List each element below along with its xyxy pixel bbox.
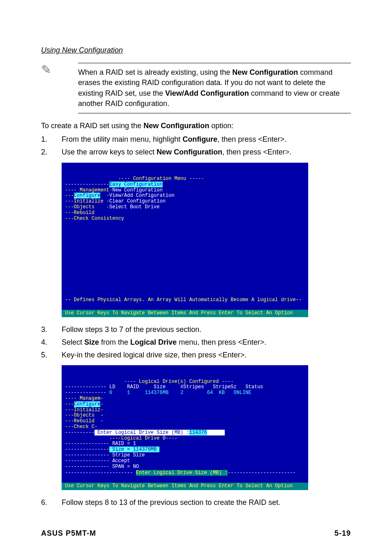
step-num: 3. bbox=[41, 325, 62, 335]
t: Use the arrow keys to select bbox=[62, 148, 157, 156]
ld-item[interactable]: RAID = 1 bbox=[112, 441, 136, 447]
menu-item[interactable]: Configure bbox=[74, 193, 101, 198]
list-item: 1. From the utility main menu, highlight… bbox=[41, 134, 351, 145]
menu-item[interactable]: Configure bbox=[74, 401, 101, 407]
list-item: 6. Follow steps 8 to 13 of the previous … bbox=[41, 497, 351, 508]
ld-item[interactable]: Accept bbox=[112, 458, 130, 464]
section-heading: Using New Configuration bbox=[41, 45, 351, 55]
step-text: Follow steps 3 to 7 of the previous sect… bbox=[62, 325, 351, 335]
step-num: 2. bbox=[41, 147, 62, 157]
menu-item[interactable]: Rebuild bbox=[74, 210, 95, 216]
bios-title: ---- Logical Drive(s) Configured ---- bbox=[65, 379, 233, 385]
menu-item[interactable]: Select Boot Drive bbox=[109, 204, 159, 210]
t: Logical Drive bbox=[130, 338, 177, 346]
steps-list-c: 6. Follow steps 8 to 13 of the previous … bbox=[41, 497, 351, 508]
footer-product: ASUS P5MT-M bbox=[41, 528, 96, 539]
pencil-note-icon: ✎ bbox=[41, 61, 51, 78]
ld-item[interactable]: Stripe Size bbox=[112, 452, 145, 458]
menu-item[interactable]: Managem bbox=[80, 396, 100, 401]
list-item: 5. Key-in the desired logical drive size… bbox=[41, 350, 351, 360]
table-row: -------------- 0 1 114376MB 2 64 KB ONLI… bbox=[65, 390, 251, 396]
bios-title: ---- Configuration Menu ----- bbox=[65, 176, 204, 182]
step-text: Key-in the desired logical drive size, t… bbox=[62, 350, 351, 360]
note-box: When a RAID set is already existing, usi… bbox=[78, 63, 351, 113]
t: , then press <Enter>. bbox=[222, 148, 291, 156]
note-bold: New Configuration bbox=[232, 68, 298, 76]
t: From the utility main menu, highlight bbox=[62, 135, 182, 143]
t: Configure bbox=[182, 135, 217, 143]
t: menu, then press <Enter>. bbox=[177, 338, 266, 346]
step-text: Select Size from the Logical Drive menu,… bbox=[62, 337, 351, 348]
menu-item[interactable]: Initialize bbox=[74, 198, 104, 204]
note-seg: When a RAID set is already existing, usi… bbox=[78, 68, 232, 76]
t: from the bbox=[99, 338, 130, 346]
ld-item[interactable]: Size = 114376MB bbox=[109, 447, 159, 452]
menu-item[interactable]: Easy Configuration bbox=[109, 182, 163, 187]
steps-list-a: 1. From the utility main menu, highlight… bbox=[41, 134, 351, 157]
t: , then press <Enter>. bbox=[217, 135, 286, 143]
ld-item[interactable]: SPAN = NO bbox=[112, 464, 139, 470]
menu-item[interactable]: Rebuild bbox=[74, 418, 95, 424]
step-num: 6. bbox=[41, 497, 62, 508]
size-input-label: Enter Logical Drive Size (MB) : bbox=[95, 430, 189, 435]
menu-item[interactable]: Initializ bbox=[74, 407, 101, 413]
step-text: From the utility main menu, highlight Co… bbox=[62, 134, 351, 145]
note-bold: View/Add Configuration bbox=[165, 89, 249, 97]
menu-item[interactable]: View/Add Configuration bbox=[109, 193, 174, 198]
page-footer: ASUS P5MT-M 5-19 bbox=[41, 528, 351, 539]
bios-hint-bar: Use Cursor Keys To Navigate Between Item… bbox=[62, 310, 308, 317]
step-num: 5. bbox=[41, 350, 62, 360]
list-item: 4. Select Size from the Logical Drive me… bbox=[41, 337, 351, 348]
intro-post: option: bbox=[209, 122, 233, 130]
footer-page-number: 5-19 bbox=[334, 528, 351, 539]
t: Select bbox=[62, 338, 84, 346]
bios-prompt: ----------------------- Enter Logical Dr… bbox=[62, 470, 308, 477]
bios-screenshot-logical-drive: ---- Logical Drive(s) Configured ---- --… bbox=[62, 365, 308, 490]
list-item: 3. Follow steps 3 to 7 of the previous s… bbox=[41, 325, 351, 335]
note-text: When a RAID set is already existing, usi… bbox=[78, 67, 351, 109]
t: New Configuration bbox=[157, 148, 222, 156]
menu-item[interactable]: New Configuration bbox=[112, 187, 162, 193]
steps-list-b: 3. Follow steps 3 to 7 of the previous s… bbox=[41, 325, 351, 361]
menu-item[interactable]: Clear Configuration bbox=[109, 198, 166, 204]
bios-screenshot-config-menu: ---- Configuration Menu ----- ----------… bbox=[62, 163, 308, 317]
step-text: Use the arrow keys to select New Configu… bbox=[62, 147, 351, 157]
menu-item[interactable]: Objects bbox=[74, 204, 95, 210]
list-item: 2. Use the arrow keys to select New Conf… bbox=[41, 147, 351, 157]
intro-pre: To create a RAID set using the bbox=[41, 122, 143, 130]
intro-line: To create a RAID set using the New Confi… bbox=[41, 121, 351, 131]
size-input-field[interactable]: 114376 bbox=[189, 430, 207, 435]
menu-item[interactable]: Objects bbox=[74, 412, 95, 418]
step-text: Follow steps 8 to 13 of the previous sec… bbox=[62, 497, 351, 508]
menu-item[interactable]: Management bbox=[80, 187, 109, 193]
step-num: 1. bbox=[41, 134, 62, 145]
bios-hint-bar: Use Cursor Keys To Navigate Between Item… bbox=[62, 483, 308, 490]
t: Size bbox=[84, 338, 99, 346]
panel-title: Logical Drive 0 bbox=[121, 435, 166, 441]
menu-item[interactable]: Check Consistency bbox=[74, 216, 124, 221]
table-header-row: -------------- LD RAID Size #Stripes Str… bbox=[65, 384, 263, 390]
intro-bold: New Configuration bbox=[143, 122, 209, 130]
bios-help-text: -- Defines Physical Arrays. An Array Wil… bbox=[62, 297, 308, 304]
step-num: 4. bbox=[41, 337, 62, 348]
menu-item[interactable]: Check C bbox=[74, 424, 95, 430]
